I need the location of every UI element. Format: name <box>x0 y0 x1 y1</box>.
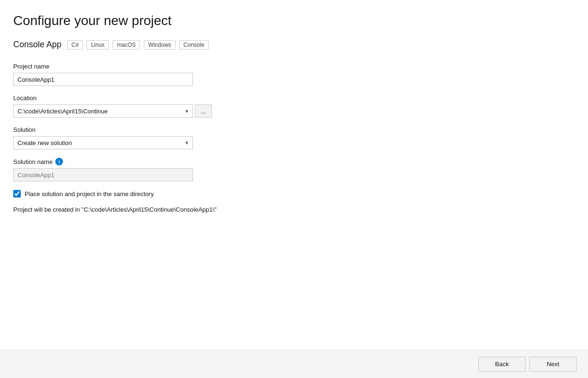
tag-linux: Linux <box>87 40 109 50</box>
tag-csharp: C# <box>67 40 83 50</box>
solution-section: Solution Create new solution Add to exis… <box>13 126 569 149</box>
project-type-row: Console App C# Linux macOS Windows Conso… <box>13 40 569 50</box>
page-title: Configure your new project <box>13 13 569 28</box>
same-directory-checkbox-row: Place solution and project in the same d… <box>13 190 569 198</box>
solution-name-section: Solution name i <box>13 158 569 181</box>
solution-name-input[interactable] <box>13 168 193 181</box>
project-name-label: Project name <box>13 63 569 70</box>
project-name-input[interactable] <box>13 73 193 86</box>
solution-select-wrapper: Create new solution Add to existing solu… <box>13 136 193 149</box>
same-directory-label[interactable]: Place solution and project in the same d… <box>25 190 154 198</box>
project-path-info: Project will be created in "C:\code\Arti… <box>13 206 569 213</box>
solution-select[interactable]: Create new solution Add to existing solu… <box>13 136 193 149</box>
back-button[interactable]: Back <box>478 357 526 372</box>
next-button[interactable]: Next <box>529 357 577 372</box>
tag-macos: macOS <box>113 40 140 50</box>
project-type-name: Console App <box>13 40 61 50</box>
location-row: C:\code\Articles\April15\Continue ▼ ... <box>13 104 569 118</box>
same-directory-checkbox[interactable] <box>13 190 21 198</box>
bottom-bar: Back Next <box>0 350 588 378</box>
solution-name-label: Solution name i <box>13 158 569 165</box>
location-label: Location <box>13 94 569 102</box>
location-select-wrapper: C:\code\Articles\April15\Continue ▼ <box>13 104 193 118</box>
location-section: Location C:\code\Articles\April15\Contin… <box>13 94 569 118</box>
solution-label: Solution <box>13 126 569 133</box>
main-container: Configure your new project Console App C… <box>0 0 588 378</box>
location-select[interactable]: C:\code\Articles\April15\Continue <box>13 104 193 118</box>
solution-name-info-icon[interactable]: i <box>55 158 63 165</box>
tag-console: Console <box>179 40 209 50</box>
browse-button[interactable]: ... <box>195 104 212 118</box>
tag-windows: Windows <box>144 40 176 50</box>
project-name-section: Project name <box>13 63 569 86</box>
